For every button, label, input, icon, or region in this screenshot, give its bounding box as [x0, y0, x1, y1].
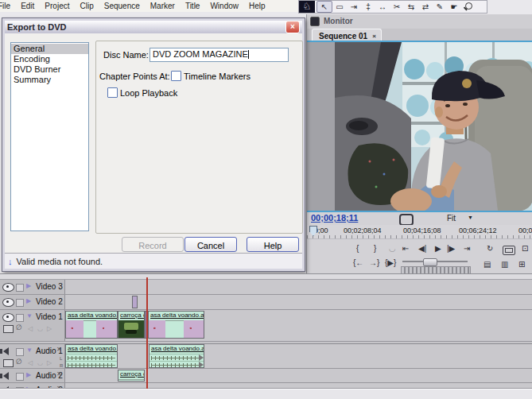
track-content[interactable] [65, 383, 532, 388]
goto-out-button[interactable]: ⇥ [464, 244, 470, 253]
trim-button[interactable]: ⊞ [518, 260, 525, 269]
track-label[interactable]: Video 3 [36, 282, 63, 291]
fade-handle-icon[interactable] [199, 362, 204, 368]
close-icon[interactable]: × [285, 21, 300, 33]
zoom-tool-button[interactable] [461, 2, 476, 12]
set-in-point-button[interactable]: { [356, 244, 359, 253]
timeline-playhead[interactable] [146, 277, 148, 389]
timeline-markers-checkbox[interactable] [171, 71, 181, 81]
toggle-keyframes-icon[interactable]: ∅ [16, 323, 22, 331]
dialog-title-bar[interactable]: Export to DVD × [5, 21, 302, 33]
selection-tool-button[interactable]: ↖ [316, 1, 332, 13]
track-lock-toggle[interactable] [16, 373, 24, 381]
track-lock-toggle[interactable] [16, 348, 24, 356]
play-in-to-out-button[interactable]: {▶} [385, 258, 396, 267]
current-timecode[interactable]: 00;00;18;11 [311, 213, 358, 223]
next-keyframe-icon[interactable]: ▷ [47, 359, 52, 366]
collapse-track-icon[interactable]: ▼ [26, 312, 33, 320]
nav-item-encoding[interactable]: Encoding [11, 54, 88, 64]
extract-button[interactable]: ▥ [501, 260, 508, 269]
play-button[interactable]: ▶ [435, 244, 441, 253]
loop-playback-checkbox[interactable] [107, 87, 118, 98]
expand-track-icon[interactable]: ▶ [26, 371, 31, 378]
collapse-track-icon[interactable]: ▼ [26, 347, 33, 354]
lift-button[interactable]: ▤ [483, 260, 491, 269]
nav-item-dvd-burner[interactable]: DVD Burner [11, 64, 88, 75]
track-lock-toggle[interactable] [16, 284, 24, 292]
rolling-edit-tool-button[interactable]: ‡ [361, 2, 375, 12]
nav-item-general[interactable]: General [11, 44, 88, 54]
track-content[interactable] [65, 295, 532, 309]
set-marker-button[interactable]: ◡ [389, 244, 396, 253]
track-lock-toggle[interactable] [16, 299, 24, 307]
output-button[interactable]: ⊡ [522, 244, 528, 253]
play-to-out-button[interactable]: →} [369, 258, 379, 267]
menu-marker[interactable]: Marker [150, 2, 175, 10]
record-button[interactable]: Record [122, 237, 184, 252]
toggle-track-output-icon[interactable] [2, 283, 14, 292]
clip-audio[interactable]: asa delta voando.avi [149, 344, 204, 368]
add-keyframe-icon[interactable]: ◡ [37, 359, 43, 366]
rate-stretch-tool-button[interactable]: ↔ [375, 2, 390, 12]
slip-tool-button[interactable]: ⇆ [404, 2, 418, 12]
next-keyframe-icon[interactable]: ▷ [47, 325, 52, 332]
set-display-style-icon[interactable] [3, 325, 14, 333]
previous-keyframe-icon[interactable]: ◁ [28, 325, 33, 332]
menu-edit[interactable]: Edit [21, 2, 34, 10]
track-content[interactable]: asa delta voando.av asa delta voando.avi [65, 344, 532, 368]
menu-project[interactable]: Project [45, 2, 69, 10]
safe-margins-icon[interactable] [399, 214, 414, 226]
add-keyframe-icon[interactable]: ◡ [37, 325, 43, 332]
track-select-tool-button[interactable]: ▭ [332, 2, 347, 12]
timeline-scrollbar-area[interactable] [0, 389, 532, 399]
disc-name-input[interactable]: DVD ZOOM MAGAZINE [150, 48, 289, 62]
chevron-down-icon[interactable]: ▼ [468, 215, 473, 220]
tab-close-icon[interactable]: × [372, 33, 376, 40]
zoom-level-select[interactable]: Fit [447, 214, 456, 223]
hand-tool-button[interactable]: ☛ [447, 2, 461, 12]
mini-clip[interactable] [132, 296, 138, 308]
track-label[interactable]: Video 1 [36, 312, 63, 321]
clip-video[interactable]: asa delta voando.av [65, 311, 118, 339]
track-content[interactable] [65, 280, 532, 294]
set-display-style-icon[interactable] [3, 359, 14, 367]
menu-window[interactable]: Window [210, 2, 239, 10]
razor-tool-button[interactable]: ✂ [390, 2, 404, 12]
monitor-time-ruler[interactable]: 00;00 00;02;08;04 00;04;16;08 00;06;24;1… [307, 225, 532, 239]
clip-video[interactable]: asa delta voando.avi [148, 311, 204, 339]
slide-tool-button[interactable]: ⇄ [418, 2, 433, 12]
toggle-track-output-icon[interactable] [3, 347, 9, 355]
breakout-to-mono-icon[interactable]: ✕ [56, 370, 62, 378]
ripple-edit-tool-button[interactable]: ⇥ [347, 2, 361, 12]
clip-audio[interactable]: carroça d [118, 370, 145, 382]
help-button[interactable]: Help [247, 237, 299, 252]
expand-track-icon[interactable]: ▶ [26, 297, 31, 304]
track-lock-toggle[interactable] [16, 314, 24, 322]
clip-audio[interactable]: asa delta voando.av [65, 344, 118, 368]
menu-help[interactable]: Help [249, 2, 266, 10]
cancel-button[interactable]: Cancel [184, 237, 237, 252]
toggle-keyframes-icon[interactable]: ∅ [16, 358, 22, 366]
expand-track-icon[interactable]: ▶ [26, 282, 31, 289]
menu-file[interactable]: File [0, 2, 10, 10]
track-label[interactable]: Video 2 [36, 297, 63, 306]
menu-title[interactable]: Title [185, 2, 200, 10]
shuttle-slider-handle[interactable] [423, 258, 437, 266]
set-out-point-button[interactable]: } [374, 244, 376, 253]
menu-sequence[interactable]: Sequence [104, 2, 140, 10]
nav-item-summary[interactable]: Summary [11, 75, 88, 85]
clip-video[interactable]: carroça d [118, 311, 145, 339]
menu-clip[interactable]: Clip [80, 2, 93, 10]
toggle-track-output-icon[interactable] [3, 372, 9, 380]
goto-in-button[interactable]: ⇤ [402, 244, 409, 253]
pen-tool-button[interactable]: ✎ [433, 2, 447, 12]
loop-button[interactable]: ↻ [487, 244, 493, 253]
safe-margins-button[interactable] [503, 246, 515, 255]
step-forward-button[interactable]: |▶ [447, 244, 455, 253]
play-from-in-button[interactable]: {← [353, 258, 363, 267]
toggle-track-output-icon[interactable] [2, 313, 14, 322]
fade-handle-icon[interactable] [199, 354, 204, 361]
track-content[interactable]: carroça d [65, 369, 532, 382]
toggle-track-output-icon[interactable] [2, 298, 14, 307]
breakout-to-mono-icon[interactable]: ✕ [56, 346, 62, 353]
